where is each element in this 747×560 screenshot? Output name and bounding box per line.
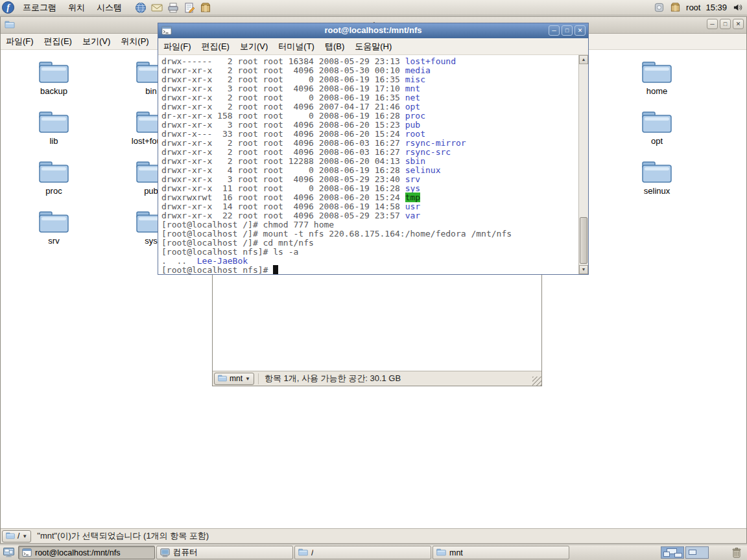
- clock[interactable]: 15:39: [706, 3, 727, 12]
- printer-icon[interactable]: [167, 1, 180, 14]
- folder-label: proc: [25, 186, 83, 196]
- system-tray: root 15:39: [654, 2, 747, 13]
- terminal-line: drwx------ 2 root root 16384 2008-05-29 …: [161, 57, 577, 66]
- workspace-1[interactable]: [661, 546, 684, 559]
- taskbar-task-3[interactable]: mnt: [433, 546, 569, 559]
- package-icon[interactable]: [670, 2, 681, 13]
- terminal-titlebar[interactable]: root@localhost:/mnt/nfs ─ □ ✕: [158, 23, 588, 38]
- separator: [258, 373, 259, 384]
- folder-home[interactable]: home: [628, 58, 686, 96]
- free-space-status: 항목 1개, 사용 가능한 공간: 30.1 GB: [261, 373, 401, 384]
- trash-icon[interactable]: [729, 546, 744, 560]
- terminal-menu-1[interactable]: 편집(E): [196, 39, 235, 54]
- computer-icon: [160, 548, 170, 557]
- taskbar-task-0[interactable]: root@localhost:/mnt/nfs: [18, 546, 155, 559]
- taskbar-task-2[interactable]: /: [294, 546, 431, 559]
- folder-icon: [218, 374, 227, 384]
- terminal-line: [root@localhost /]# mount -t nfs 220.68.…: [161, 229, 577, 239]
- maximize-button[interactable]: □: [562, 25, 573, 36]
- mnt-window-statusbar: mnt ▼ 항목 1개, 사용 가능한 공간: 30.1 GB: [213, 371, 541, 386]
- root-window-menu-1[interactable]: 편집(E): [39, 34, 77, 49]
- scroll-down-button[interactable]: ▼: [579, 265, 588, 274]
- desktop: f 프로그램 위치 시스템 root 15:39: [0, 0, 747, 560]
- close-button[interactable]: ✕: [733, 19, 744, 29]
- terminal-window: root@localhost:/mnt/nfs ─ □ ✕ 파일(F)편집(E)…: [158, 23, 589, 275]
- taskbar-task-1[interactable]: 컴퓨터: [156, 546, 293, 559]
- folder-srv[interactable]: srv: [25, 208, 83, 246]
- chevron-down-icon: ▼: [22, 533, 27, 539]
- folder-label: opt: [628, 136, 686, 146]
- terminal-output[interactable]: drwx------ 2 root root 16384 2008-05-29 …: [158, 55, 578, 274]
- terminal-menu-0[interactable]: 파일(F): [158, 39, 196, 54]
- terminal-cursor: [273, 265, 278, 274]
- terminal-line: drwxr-xr-x 3 root root 4096 2008-05-29 2…: [161, 175, 577, 184]
- task-label: 컴퓨터: [173, 547, 198, 558]
- terminal-menu-4[interactable]: 탭(B): [320, 39, 350, 54]
- workspace-2[interactable]: [685, 546, 709, 559]
- terminal-line: drwxr-xr-x 4 root root 0 2008-06-19 16:2…: [161, 166, 577, 175]
- menu-places[interactable]: 위치: [62, 0, 91, 15]
- terminal-icon: [22, 548, 32, 557]
- writer-icon[interactable]: [183, 1, 196, 14]
- maximize-button[interactable]: □: [720, 19, 731, 29]
- bottom-panel: root@localhost:/mnt/nfs 컴퓨터 / mnt: [0, 544, 747, 560]
- top-panel: f 프로그램 위치 시스템 root 15:39: [0, 0, 747, 16]
- root-window-menu-2[interactable]: 보기(V): [77, 34, 115, 49]
- location-dropdown[interactable]: mnt ▼: [214, 373, 254, 385]
- terminal-body: drwx------ 2 root root 16384 2008-05-29 …: [158, 55, 588, 274]
- folder-backup[interactable]: backup: [25, 58, 83, 96]
- user-indicator[interactable]: root: [686, 3, 700, 12]
- terminal-line: drwxr-xr-x 22 root root 4096 2008-05-29 …: [161, 211, 577, 220]
- location-dropdown[interactable]: / ▼: [2, 530, 31, 542]
- folder-lib[interactable]: lib: [25, 108, 83, 146]
- panel-launchers: [134, 1, 212, 14]
- terminal-line: drwxr-xr-x 3 root root 4096 2008-06-19 1…: [161, 84, 577, 93]
- terminal-line: drwxr-xr-x 2 root root 0 2008-06-19 16:3…: [161, 75, 577, 84]
- terminal-line: drwxr-xr-x 2 root root 4096 2008-05-30 0…: [161, 66, 577, 75]
- menu-applications[interactable]: 프로그램: [17, 0, 62, 15]
- chevron-down-icon: ▼: [245, 376, 250, 382]
- terminal-line: drwxr-x--- 33 root root 4096 2008-06-20 …: [161, 130, 577, 139]
- folder-opt[interactable]: opt: [628, 108, 686, 146]
- window-list: root@localhost:/mnt/nfs 컴퓨터 / mnt: [18, 546, 569, 559]
- root-window-menu-0[interactable]: 파일(F): [1, 34, 39, 49]
- terminal-line: dr-xr-xr-x 158 root root 0 2008-06-19 16…: [161, 111, 577, 121]
- location-label: /: [18, 531, 19, 541]
- menu-system[interactable]: 시스템: [91, 0, 128, 15]
- resize-grip[interactable]: [532, 377, 541, 386]
- terminal-line: drwxr-xr-x 2 root root 4096 2008-06-03 1…: [161, 139, 577, 148]
- terminal-line: drwxrwxrwt 16 root root 4096 2008-06-20 …: [161, 193, 577, 202]
- folder-label: home: [628, 86, 686, 96]
- web-browser-icon[interactable]: [134, 1, 147, 14]
- close-button[interactable]: ✕: [575, 25, 586, 36]
- workspace-switcher: [661, 546, 709, 559]
- terminal-line: [root@localhost /]# chmod 777 home: [161, 220, 577, 229]
- folder-proc[interactable]: proc: [25, 158, 83, 196]
- terminal-scrollbar[interactable]: ▲ ▼: [578, 55, 588, 274]
- scroll-up-button[interactable]: ▲: [579, 55, 588, 64]
- terminal-menu-5[interactable]: 도움말(H): [350, 39, 397, 54]
- terminal-menu-3[interactable]: 터미널(T): [273, 39, 320, 54]
- folder-label: backup: [25, 86, 83, 96]
- location-label: mnt: [230, 374, 243, 383]
- folder-label: lib: [25, 136, 83, 146]
- terminal-line: drwxr-xr-x 2 root root 4096 2007-04-17 2…: [161, 102, 577, 111]
- task-label: /: [311, 548, 313, 557]
- package-icon[interactable]: [199, 1, 212, 14]
- minimize-button[interactable]: ─: [549, 25, 560, 36]
- folder-label: selinux: [628, 186, 686, 196]
- minimize-button[interactable]: ─: [707, 19, 718, 29]
- root-window-statusbar: / ▼ "mnt"(이)가 선택되었습니다 (1개의 항목 포함): [1, 528, 746, 543]
- task-label: root@localhost:/mnt/nfs: [35, 548, 121, 557]
- root-window-menu-3[interactable]: 위치(P): [115, 34, 154, 49]
- show-desktop-button[interactable]: [2, 546, 16, 559]
- terminal-line: [root@localhost nfs]#: [161, 266, 577, 274]
- scrollbar-thumb[interactable]: [580, 217, 587, 264]
- fedora-logo-icon[interactable]: f: [2, 1, 14, 14]
- terminal-title: root@localhost:/mnt/nfs: [158, 23, 588, 38]
- email-icon[interactable]: [150, 1, 163, 14]
- folder-selinux[interactable]: selinux: [628, 158, 686, 196]
- volume-icon[interactable]: [732, 2, 743, 13]
- updater-icon[interactable]: [654, 2, 665, 13]
- terminal-menu-2[interactable]: 보기(V): [235, 39, 273, 54]
